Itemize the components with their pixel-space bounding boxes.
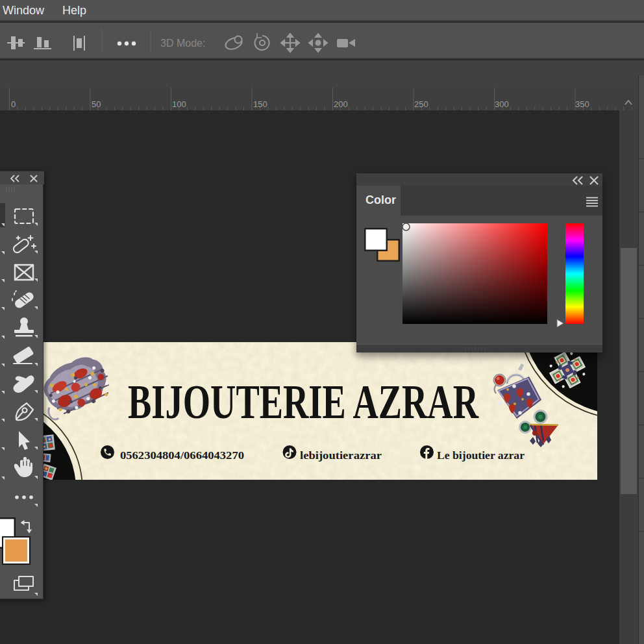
svg-text:100: 100 <box>172 99 186 109</box>
svg-text:lebijoutierazrar: lebijoutierazrar <box>300 449 382 462</box>
svg-text:250: 250 <box>414 99 428 109</box>
svg-text:3D Mode:: 3D Mode: <box>160 38 205 49</box>
svg-text:300: 300 <box>495 99 509 109</box>
svg-text:Le bijoutier azrar: Le bijoutier azrar <box>437 449 525 462</box>
svg-text:0: 0 <box>11 99 16 109</box>
svg-text:0562304804/0664043270: 0562304804/0664043270 <box>120 449 244 462</box>
svg-text:150: 150 <box>253 99 267 109</box>
svg-text:50: 50 <box>92 99 101 109</box>
svg-text:Color: Color <box>365 193 396 206</box>
svg-text:200: 200 <box>334 99 348 109</box>
svg-text:350: 350 <box>575 99 589 109</box>
svg-text:BIJOUTERIE AZRAR: BIJOUTERIE AZRAR <box>128 375 479 428</box>
